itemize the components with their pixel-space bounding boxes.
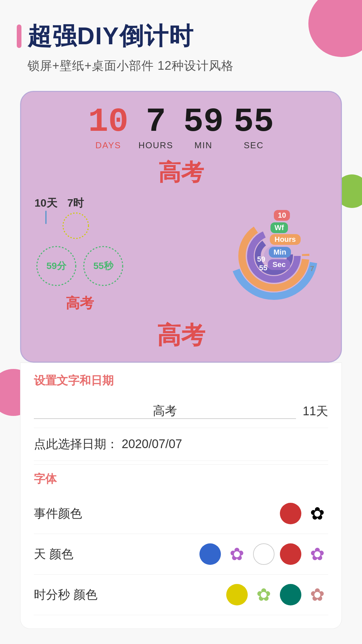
svg-point-0: [63, 213, 88, 238]
hours-gauge-svg: [61, 211, 91, 241]
hms-color-flower-1[interactable]: ✿: [253, 584, 275, 605]
mins-label: 59分: [46, 260, 66, 272]
app-subtitle: 锁屏+壁纸+桌面小部件 12种设计风格: [17, 58, 345, 74]
date-value-text: 2020/07/07: [122, 437, 182, 451]
donut-sec-label: Sec: [268, 259, 290, 270]
hours-unit: 7 HOURS: [138, 105, 173, 151]
event-color-flower[interactable]: ✿: [307, 503, 328, 524]
donut-weeks-label: Wf: [270, 222, 288, 233]
days-value: 10: [88, 105, 128, 139]
svg-text:55: 55: [259, 264, 267, 272]
divider-1: [34, 464, 328, 465]
gauge-bottom-row: 59分 55秒: [35, 244, 125, 288]
hms-color-teal[interactable]: [280, 584, 301, 605]
left-widget: 10天 7时 59分: [35, 196, 125, 313]
event-name-input[interactable]: [34, 404, 296, 419]
header: 超强DIY倒计时 锁屏+壁纸+桌面小部件 12种设计风格: [0, 0, 362, 84]
date-label: 点此选择日期： 2020/07/07: [34, 436, 182, 452]
event-name-bottom: 高考: [31, 319, 331, 352]
min-label: MIN: [194, 140, 213, 151]
day-color-label: 天 颜色: [34, 546, 194, 562]
svg-text:59: 59: [257, 255, 265, 263]
hms-color-label: 时分秒 颜色: [34, 587, 221, 603]
right-widget: 59 55 7 10 Wf Hours Min Sec: [220, 204, 327, 305]
flower-icon-day-2: ✿: [310, 545, 325, 563]
svg-text:7: 7: [310, 264, 314, 273]
min-value: 59: [183, 105, 224, 139]
event-name-small: 高考: [35, 294, 125, 313]
event-color-row: 事件颜色 ✿: [34, 493, 328, 534]
event-color-swatch[interactable]: [280, 503, 301, 524]
days-indicator-line: [45, 211, 47, 224]
date-label-text: 点此选择日期：: [34, 437, 118, 451]
days-number: 10天: [35, 196, 57, 211]
secs-label: 55秒: [93, 260, 113, 272]
settings-section-title: 设置文字和日期: [34, 373, 328, 388]
sec-value: 55: [234, 105, 274, 139]
day-color-white[interactable]: [253, 543, 275, 565]
gauge-hours: 7时: [61, 196, 91, 241]
event-name-row[interactable]: 11天: [34, 395, 328, 428]
days-unit: 10 DAYS: [88, 105, 128, 151]
days-label: DAYS: [96, 140, 121, 151]
gauge-mins: 59分: [35, 244, 78, 288]
app-title: 超强DIY倒计时: [27, 20, 194, 52]
flower-icon-day-1: ✿: [230, 545, 244, 563]
day-color-row: 天 颜色 ✿ ✿: [34, 534, 328, 575]
header-accent-bar: [17, 24, 21, 48]
font-section-title: 字体: [34, 471, 328, 487]
hours-label: HOURS: [138, 140, 173, 151]
day-color-blue[interactable]: [199, 543, 221, 565]
flower-icon-hms-2: ✿: [310, 586, 325, 603]
days-remaining: 11天: [303, 403, 328, 420]
gauge-top-row: 10天 7时: [35, 196, 125, 241]
header-title-row: 超强DIY倒计时: [17, 20, 345, 52]
hours-number: 7时: [67, 196, 84, 211]
event-name-center: 高考: [31, 157, 331, 188]
donut-min-label: Min: [269, 247, 291, 258]
day-color-flower-1[interactable]: ✿: [226, 543, 248, 565]
widgets-row: 10天 7时 59分: [31, 196, 331, 313]
timer-display: 10 DAYS 7 HOURS 59 MIN 55 SEC: [31, 105, 331, 151]
day-color-flower-2[interactable]: ✿: [307, 543, 328, 565]
hms-color-row: 时分秒 颜色 ✿ ✿: [34, 575, 328, 615]
donut-hours-label: Hours: [270, 234, 301, 245]
hms-color-flower-2[interactable]: ✿: [307, 584, 328, 605]
day-color-red[interactable]: [280, 543, 301, 565]
flower-icon-hms-1: ✿: [256, 586, 271, 603]
min-unit: 59 MIN: [183, 105, 224, 151]
hours-value: 7: [146, 105, 166, 139]
font-section: 字体 事件颜色 ✿ 天 颜色 ✿ ✿ 时分秒 颜色: [34, 471, 328, 615]
settings-panel: 设置文字和日期 11天 点此选择日期： 2020/07/07 字体 事件颜色 ✿…: [20, 363, 342, 629]
gauge-secs: 55秒: [81, 244, 125, 288]
date-row[interactable]: 点此选择日期： 2020/07/07: [34, 428, 328, 461]
flower-icon-event: ✿: [310, 505, 325, 522]
event-color-label: 事件颜色: [34, 505, 275, 522]
hms-color-yellow[interactable]: [226, 584, 248, 605]
sec-label: SEC: [244, 140, 263, 151]
gauge-days: 10天: [35, 196, 57, 241]
sec-unit: 55 SEC: [234, 105, 274, 151]
donut-days-label: 10: [274, 210, 290, 221]
preview-card: 10 DAYS 7 HOURS 59 MIN 55 SEC 高考 10天: [20, 91, 342, 363]
